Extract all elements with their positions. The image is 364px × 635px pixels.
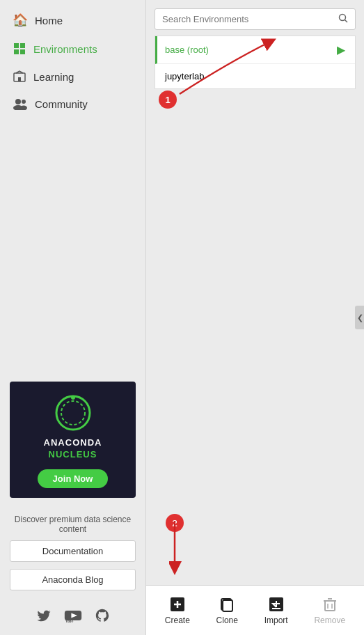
youtube-icon[interactable]: You Tube (64, 608, 82, 627)
nucleus-banner: ANACONDA NUCLEUS Join Now (10, 382, 136, 498)
svg-rect-3 (20, 49, 25, 54)
empty-area (146, 89, 364, 635)
environments-list: base (root) ▶ jupyterlab (155, 36, 356, 89)
collapse-sidebar-button[interactable]: ❮ (355, 306, 364, 329)
remove-button[interactable]: Remove (306, 592, 354, 629)
create-button[interactable]: Create (157, 592, 198, 629)
search-bar (155, 8, 356, 30)
import-label: Import (264, 616, 288, 625)
sidebar-nav: 🏠 Home Environments (0, 0, 145, 370)
svg-point-17 (340, 15, 346, 21)
svg-rect-2 (14, 49, 19, 54)
bottom-toolbar: Create Clone Import (146, 585, 364, 635)
sidebar-item-learning-label: Learning (33, 71, 74, 83)
clone-label: Clone (216, 616, 238, 625)
nucleus-logo-icon (54, 394, 92, 432)
svg-point-12 (71, 395, 75, 400)
create-label: Create (165, 616, 190, 625)
nucleus-join-button[interactable]: Join Now (38, 469, 109, 488)
svg-rect-0 (14, 43, 19, 48)
svg-text:Tube: Tube (65, 619, 73, 623)
home-icon: 🏠 (13, 13, 28, 28)
environment-item-base-label: base (root) (165, 45, 209, 55)
search-input[interactable] (162, 14, 334, 24)
sidebar-item-community-label: Community (35, 98, 88, 110)
sidebar: 🏠 Home Environments (0, 0, 146, 635)
svg-point-11 (61, 401, 85, 425)
nucleus-title: ANACONDA NUCLEUS (44, 437, 102, 461)
svg-point-7 (22, 100, 26, 104)
environment-item-jupyterlab[interactable]: jupyterlab (155, 64, 355, 88)
environment-item-jupyterlab-label: jupyterlab (165, 71, 204, 81)
sidebar-item-community[interactable]: Community (0, 91, 145, 117)
twitter-icon[interactable] (36, 608, 52, 627)
sidebar-item-home[interactable]: 🏠 Home (0, 6, 145, 35)
learning-icon (13, 70, 26, 84)
sidebar-item-learning[interactable]: Learning (0, 63, 145, 91)
social-bar: You Tube (0, 598, 145, 635)
clone-button[interactable]: Clone (208, 592, 246, 629)
community-icon (13, 97, 28, 110)
remove-icon (322, 596, 338, 613)
nucleus-card: ANACONDA NUCLEUS Join Now (10, 382, 136, 498)
github-icon[interactable] (95, 608, 110, 627)
clone-icon (219, 596, 235, 613)
svg-point-6 (15, 99, 21, 104)
main-content: base (root) ▶ jupyterlab 1 2 (146, 0, 364, 635)
anaconda-blog-link[interactable]: Anaconda Blog (10, 569, 136, 590)
create-icon (169, 596, 186, 613)
play-icon[interactable]: ▶ (337, 43, 345, 56)
svg-rect-1 (20, 43, 25, 48)
svg-rect-5 (18, 77, 21, 81)
environments-icon (13, 42, 26, 56)
import-button[interactable]: Import (256, 592, 296, 629)
sidebar-item-environments[interactable]: Environments (0, 35, 145, 63)
sidebar-item-home-label: Home (35, 15, 63, 26)
sidebar-item-environments-label: Environments (33, 43, 97, 55)
nucleus-description: Discover premium data science content (0, 509, 145, 537)
svg-rect-28 (325, 601, 335, 611)
import-icon (268, 596, 285, 613)
environment-item-base[interactable]: base (root) ▶ (155, 36, 355, 64)
search-icon (338, 13, 348, 25)
remove-label: Remove (314, 616, 345, 625)
documentation-link[interactable]: Documentation (10, 540, 136, 562)
svg-rect-24 (223, 600, 232, 611)
svg-line-18 (345, 20, 348, 23)
